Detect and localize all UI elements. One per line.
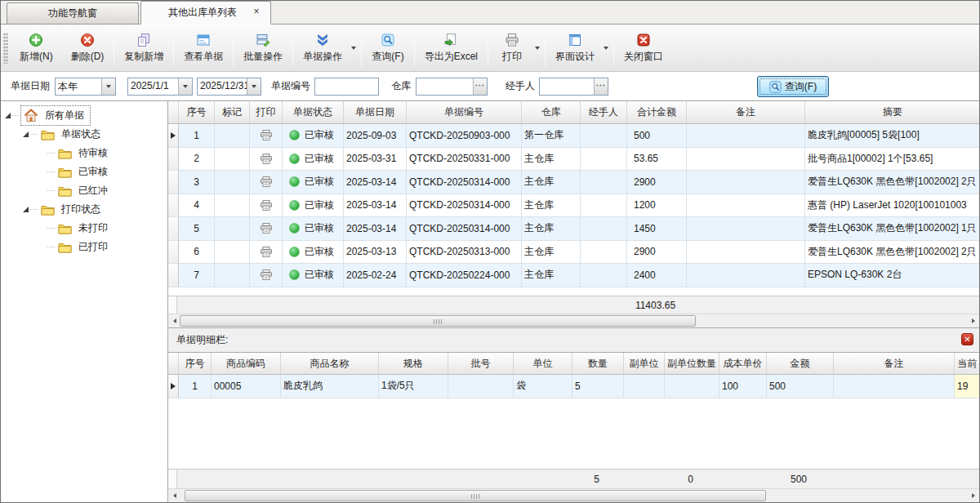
printer-icon[interactable]: [261, 247, 272, 257]
scroll-right-button[interactable]: [967, 314, 979, 327]
printer-icon[interactable]: [261, 130, 272, 140]
tree-item-all-docs[interactable]: 所有单据: [1, 106, 167, 125]
main-column-header[interactable]: 打印: [250, 101, 283, 124]
dropdown-button[interactable]: [101, 78, 115, 95]
folder-icon: [41, 129, 55, 140]
main-column-header[interactable]: 标记: [215, 101, 250, 124]
cell-subqty: [665, 375, 719, 398]
main-column-header[interactable]: 备注: [687, 101, 805, 124]
main-column-header[interactable]: 单据编号: [407, 101, 522, 124]
cell-date: 2025-03-13: [344, 241, 407, 265]
ellipsis-button[interactable]: ···: [594, 78, 608, 95]
detail-column-header[interactable]: 数量: [572, 353, 624, 375]
cell-mark: [215, 148, 250, 171]
detail-column-header[interactable]: 序号: [179, 353, 212, 375]
printer-icon[interactable]: [261, 200, 272, 211]
tree-item-not-printed[interactable]: 未打印: [1, 219, 167, 238]
toolbar-separator: [233, 29, 234, 66]
printer-icon[interactable]: [261, 269, 272, 280]
cell-note: [834, 375, 955, 398]
tree-item-pending-audit[interactable]: 待审核: [1, 144, 167, 162]
detail-column-header[interactable]: 金额: [767, 353, 834, 375]
doc-ops-dropdown[interactable]: [351, 24, 360, 71]
tree-expander-icon[interactable]: [23, 131, 29, 137]
printer-icon[interactable]: [261, 176, 272, 187]
table-row[interactable]: 2已审核2025-03-31QTCKD-20250331-000主仓库53.65…: [168, 148, 979, 171]
cell-mark: [215, 241, 250, 265]
warehouse-input[interactable]: [416, 78, 473, 95]
tree-item-audited[interactable]: 已审核: [1, 162, 167, 181]
cell-agent: [581, 171, 627, 194]
delete-icon: [80, 32, 95, 48]
view-doc-button[interactable]: 查看单据: [175, 24, 232, 71]
main-column-header[interactable]: 合计金额: [627, 101, 687, 124]
copy-new-button[interactable]: 复制新增: [115, 24, 172, 71]
print-dropdown[interactable]: [535, 24, 544, 71]
table-row[interactable]: 4已审核2025-03-14QTCKD-20250314-000主仓库1200惠…: [168, 194, 979, 218]
detail-column-header[interactable]: 商品编码: [212, 353, 281, 375]
scroll-left-button[interactable]: [168, 314, 180, 327]
tab-close-icon[interactable]: ×: [251, 7, 262, 18]
doc-ops-button[interactable]: 单据操作: [294, 24, 351, 71]
detail-column-header[interactable]: 商品名称: [281, 353, 379, 375]
scroll-left-button[interactable]: [168, 489, 180, 502]
batch-ops-button[interactable]: 批量操作: [234, 24, 292, 71]
main-column-header[interactable]: 单据状态: [283, 101, 344, 124]
table-row[interactable]: 3已审核2025-03-14QTCKD-20250314-000主仓库2900爱…: [168, 171, 979, 194]
export-excel-button[interactable]: 导出为Excel: [416, 24, 487, 71]
query-toolbar-button[interactable]: 查询(F): [363, 24, 412, 71]
main-column-header[interactable]: 摘要: [805, 101, 980, 124]
search-icon: [381, 32, 395, 48]
ui-design-dropdown[interactable]: [604, 24, 612, 71]
close-window-button[interactable]: 关闭窗口: [615, 24, 672, 71]
table-row[interactable]: 6已审核2025-03-13QTCKD-20250313-000主仓库2900爱…: [168, 241, 979, 265]
main-column-header[interactable]: 经手人: [581, 101, 627, 124]
tree-item-reversed[interactable]: 已红冲: [1, 181, 167, 200]
detail-column-header[interactable]: 单位: [514, 353, 572, 375]
main-column-header[interactable]: 单据日期: [344, 101, 407, 124]
tab-function-navigation[interactable]: 功能导航窗: [7, 2, 139, 24]
tree-item-doc-status[interactable]: 单据状态: [1, 125, 167, 144]
date-to-select[interactable]: 2025/12/31: [197, 78, 261, 96]
printer-icon[interactable]: [261, 154, 272, 164]
dropdown-button[interactable]: [178, 78, 192, 95]
detail-close-icon[interactable]: ✕: [961, 333, 973, 345]
ui-design-button[interactable]: 界面设计: [546, 24, 604, 71]
detail-column-header[interactable]: 批号: [448, 353, 514, 375]
delete-button[interactable]: 删除(D): [62, 24, 114, 71]
printer-icon[interactable]: [261, 223, 272, 234]
agent-input[interactable]: [540, 78, 594, 95]
doc-no-input[interactable]: [314, 78, 379, 96]
tab-other-outbound-list[interactable]: 其他出库单列表 ×: [140, 1, 271, 24]
detail-column-header[interactable]: 成本单价: [719, 353, 767, 375]
scroll-right-button[interactable]: [967, 489, 979, 502]
grid-filler: [168, 398, 979, 470]
tree-item-print-status[interactable]: 打印状态: [1, 200, 167, 219]
add-button[interactable]: 新增(N): [11, 24, 62, 71]
print-button[interactable]: 打印: [489, 24, 535, 71]
tree-expander-icon[interactable]: [5, 113, 11, 118]
main-column-header[interactable]: 序号: [179, 101, 215, 124]
date-from-select[interactable]: 2025/1/1: [127, 78, 193, 96]
detail-column-header[interactable]: 备注: [834, 353, 955, 375]
cell-ind: [168, 171, 179, 194]
detail-table-row[interactable]: 100005脆皮乳鸽1袋/5只袋510050019: [168, 375, 979, 398]
scroll-thumb[interactable]: [180, 315, 696, 327]
detail-column-header[interactable]: 副单位: [624, 353, 665, 375]
detail-column-header[interactable]: 当前: [955, 353, 980, 375]
tree-item-printed[interactable]: 已打印: [1, 238, 167, 256]
scroll-thumb[interactable]: [185, 490, 766, 501]
dropdown-button[interactable]: [247, 78, 261, 95]
detail-column-header[interactable]: 副单位数量: [665, 353, 719, 375]
table-row[interactable]: 1已审核2025-09-03QTCKD-20250903-000第一仓库500脆…: [168, 124, 979, 148]
query-button[interactable]: 查询(F): [757, 76, 829, 97]
date-range-select[interactable]: 本年: [55, 78, 116, 96]
tree-expander-icon[interactable]: [23, 207, 29, 212]
detail-column-header[interactable]: 规格: [379, 353, 448, 375]
toolbar-grip[interactable]: [3, 33, 8, 64]
table-row[interactable]: 7已审核2025-02-24QTCKD-20250224-000主仓库2400E…: [168, 264, 979, 287]
table-row[interactable]: 5已审核2025-03-14QTCKD-20250314-000主仓库1450爱…: [168, 217, 979, 241]
main-column-header[interactable]: 仓库: [522, 101, 581, 124]
total-indicator: [168, 296, 177, 314]
ellipsis-button[interactable]: ···: [473, 78, 487, 95]
